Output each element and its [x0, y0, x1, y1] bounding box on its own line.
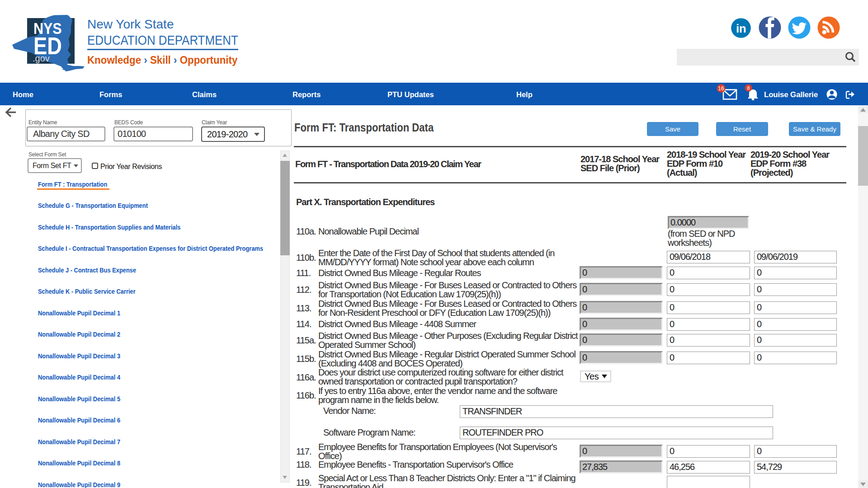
svg-text:.gov: .gov [33, 53, 50, 64]
svg-text:8: 8 [747, 85, 750, 91]
svg-text:in: in [736, 22, 746, 35]
svg-text:16: 16 [718, 85, 724, 92]
